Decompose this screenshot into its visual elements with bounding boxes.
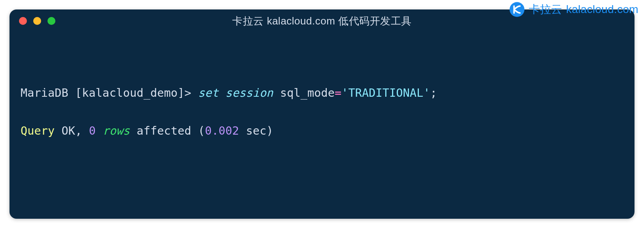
res-ok: OK — [62, 124, 76, 137]
terminal-line: MariaDB [kalacloud_demo]> create table k… — [21, 216, 623, 219]
str-val: TRADITIONAL — [349, 86, 424, 99]
watermark-brand: 卡拉云 — [529, 2, 562, 17]
res-n: 0 — [89, 124, 96, 137]
res-time: 0.002 — [205, 124, 239, 137]
res-query: Query — [21, 124, 55, 137]
close-icon[interactable] — [19, 17, 27, 25]
terminal-line: MariaDB [kalacloud_demo]> set session sq… — [21, 84, 623, 103]
prompt-db: MariaDB — [21, 86, 68, 99]
str-open: ' — [341, 86, 348, 99]
blank-line — [21, 159, 623, 178]
lp: ( — [198, 124, 205, 137]
eq: = — [335, 86, 341, 99]
kw-session: session — [225, 86, 273, 99]
watermark-url: kalacloud.com — [566, 3, 638, 16]
str-close: ' — [423, 86, 430, 99]
watermark: 卡拉云 kalacloud.com — [509, 2, 638, 17]
res-rows: rows — [102, 124, 130, 137]
traffic-lights — [19, 17, 55, 25]
terminal-line: Query OK, 0 rows affected (0.002 sec) — [21, 122, 623, 141]
kalacloud-logo-icon — [509, 2, 525, 17]
res-sec: sec — [246, 124, 267, 137]
terminal-window: 卡拉云 kalacloud.com 低代码开发工具 MariaDB [kalac… — [9, 9, 635, 219]
minimize-icon[interactable] — [33, 17, 41, 25]
prompt-arrow: > — [184, 86, 191, 99]
zoom-icon[interactable] — [47, 17, 55, 25]
svg-point-0 — [510, 2, 525, 17]
res-affected: affected — [136, 124, 191, 137]
kw-set: set — [198, 86, 219, 99]
terminal-body[interactable]: MariaDB [kalacloud_demo]> set session sq… — [9, 32, 635, 219]
rp: ) — [266, 124, 273, 137]
comma: , — [75, 124, 82, 137]
prompt-name: kalacloud_demo — [82, 86, 178, 99]
semi: ; — [430, 86, 437, 99]
ident: sql_mode — [280, 86, 335, 99]
